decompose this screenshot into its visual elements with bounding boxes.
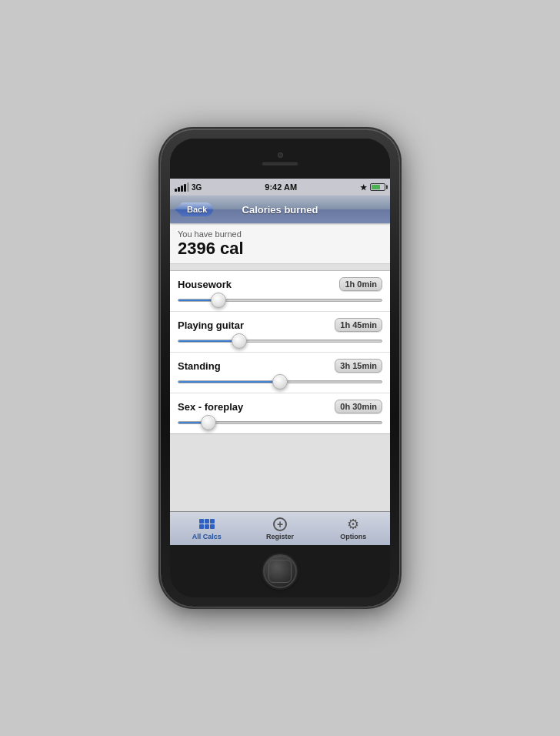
tab-options-label: Options xyxy=(340,533,366,540)
signal-bars xyxy=(175,182,189,192)
slider-fill xyxy=(178,340,239,342)
slider-container[interactable] xyxy=(178,376,382,388)
activity-name: Playing guitar xyxy=(178,319,244,331)
slider-track xyxy=(178,299,382,302)
gear-icon: ⚙ xyxy=(347,516,359,533)
battery-fill xyxy=(372,185,380,189)
slider-track xyxy=(178,340,382,343)
home-button-inner xyxy=(268,560,292,583)
camera xyxy=(278,152,283,158)
register-icon: + xyxy=(271,517,289,531)
slider-container[interactable] xyxy=(178,335,382,347)
time-badge: 1h 0min xyxy=(339,277,382,291)
reflection xyxy=(185,607,375,630)
nav-bar: Back Calories burned xyxy=(170,196,390,223)
tab-register[interactable]: + Register xyxy=(243,512,316,545)
tab-all-calcs-label: All Calcs xyxy=(192,533,222,540)
activity-item: Playing guitar 1h 45min xyxy=(170,312,390,353)
content-area: You have burned 2396 cal Housework 1h 0m… xyxy=(170,223,390,511)
calories-label: You have burned xyxy=(178,229,382,239)
top-bezel xyxy=(170,139,390,179)
network-label: 3G xyxy=(192,183,202,192)
screen: 3G 9:42 AM ★ Back Calories burned xyxy=(170,179,390,545)
options-icon: ⚙ xyxy=(344,517,362,531)
status-left: 3G xyxy=(175,182,202,192)
signal-bar-1 xyxy=(175,189,177,192)
time-badge: 3h 15min xyxy=(335,359,382,373)
signal-bar-4 xyxy=(184,184,186,192)
speaker xyxy=(262,161,298,166)
calories-value: 2396 cal xyxy=(178,239,382,259)
slider-container[interactable] xyxy=(178,294,382,306)
nav-title: Calories burned xyxy=(242,204,318,216)
signal-bar-2 xyxy=(178,187,180,192)
tab-register-label: Register xyxy=(266,533,294,540)
time-badge: 1h 45min xyxy=(335,318,382,332)
battery-icon xyxy=(370,183,385,191)
calories-header: You have burned 2396 cal xyxy=(170,223,390,264)
time-badge: 0h 30min xyxy=(335,400,382,413)
activity-name: Standing xyxy=(178,360,221,372)
register-plus-icon: + xyxy=(273,517,287,531)
activity-item: Housework 1h 0min xyxy=(170,271,390,312)
tab-all-calcs[interactable]: All Calcs xyxy=(170,512,243,545)
activity-list: Housework 1h 0min Playing guitar 1h 45mi… xyxy=(170,270,390,434)
bluetooth-icon: ★ xyxy=(360,183,367,192)
tab-options[interactable]: ⚙ Options xyxy=(317,512,390,545)
slider-fill xyxy=(178,381,280,383)
activity-name: Sex - foreplay xyxy=(178,401,243,413)
phone-device: 3G 9:42 AM ★ Back Calories burned xyxy=(161,129,399,607)
status-right: ★ xyxy=(360,183,385,192)
activity-name: Housework xyxy=(178,279,232,290)
tab-bar: All Calcs + Register ⚙ Options xyxy=(170,511,390,545)
home-button[interactable] xyxy=(263,554,297,588)
activity-item: Sex - foreplay 0h 30min xyxy=(170,393,390,433)
all-calcs-icon xyxy=(198,517,216,531)
status-bar: 3G 9:42 AM ★ xyxy=(170,179,390,196)
activity-item: Standing 3h 15min xyxy=(170,353,390,393)
slider-thumb[interactable] xyxy=(272,374,288,390)
slider-thumb[interactable] xyxy=(201,415,216,430)
status-time: 9:42 AM xyxy=(265,182,297,192)
back-button[interactable]: Back xyxy=(175,202,213,216)
bottom-bezel xyxy=(170,545,390,597)
signal-bar-5 xyxy=(187,182,189,192)
slider-thumb[interactable] xyxy=(232,333,247,349)
signal-bar-3 xyxy=(181,186,183,192)
slider-container[interactable] xyxy=(178,417,382,429)
slider-thumb[interactable] xyxy=(211,293,226,308)
